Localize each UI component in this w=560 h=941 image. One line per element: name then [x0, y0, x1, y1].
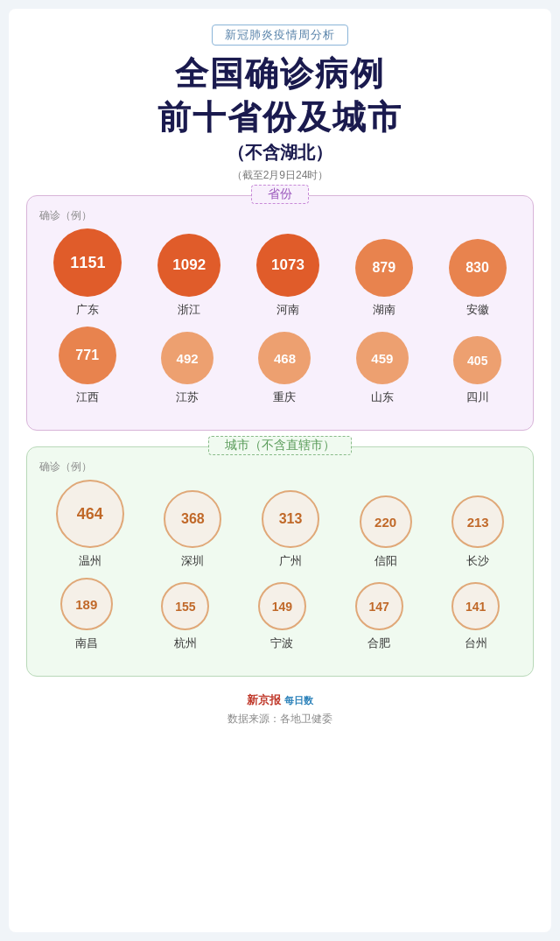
bubble-hangzhou: 155	[161, 582, 209, 630]
city-name-ningbo: 宁波	[270, 636, 293, 651]
list-item: 213 长沙	[452, 495, 504, 569]
city-name-hangzhou: 杭州	[174, 636, 197, 651]
list-item: 492 江苏	[161, 332, 214, 405]
list-item: 220 信阳	[360, 495, 412, 569]
province-name-zhejiang: 浙江	[178, 302, 200, 318]
page-container: 新冠肺炎疫情周分析 全国确诊病例 前十省份及城市 （不含湖北） （截至2月9日2…	[9, 9, 551, 932]
bubble-guangdong: 1151	[53, 228, 122, 297]
bubble-jiangxi: 771	[59, 327, 116, 384]
city-label: 城市（不含直辖市）	[208, 436, 352, 455]
list-item: 1151 广东	[53, 228, 122, 318]
province-row-2: 771 江西 492 江苏 468 重庆 459 山东 405 四川	[36, 327, 524, 405]
bubble-sichuan: 405	[453, 336, 501, 384]
main-title-line2: 前十省份及城市	[26, 98, 534, 138]
list-item: 189 南昌	[60, 578, 113, 651]
province-name-guangdong: 广东	[76, 302, 99, 318]
brand-red: 新京报	[247, 693, 281, 706]
province-name-anhui: 安徽	[466, 302, 489, 318]
province-row-1: 1151 广东 1092 浙江 1073 河南 879 湖南 830 安徽	[36, 228, 524, 318]
footer-brand: 新京报 每日数	[26, 692, 534, 708]
list-item: 771 江西	[59, 327, 116, 405]
province-label: 省份	[251, 185, 309, 204]
header-tag: 新冠肺炎疫情周分析	[212, 25, 348, 46]
city-section: 城市（不含直辖市） 确诊（例） 464 温州 368 深圳 313 广州 220…	[26, 446, 534, 677]
bubble-chongqing: 468	[258, 332, 311, 384]
city-name-guangzhou: 广州	[279, 553, 302, 569]
footer-source: 数据来源：各地卫健委	[26, 712, 534, 727]
city-name-changsha: 长沙	[466, 553, 489, 569]
province-col-label: 确诊（例）	[36, 208, 524, 223]
bubble-shandong: 459	[356, 332, 409, 384]
city-name-taizhou: 台州	[465, 636, 487, 651]
bubble-anhui: 830	[449, 239, 507, 297]
province-name-jiangxi: 江西	[76, 390, 99, 405]
province-name-jiangsu: 江苏	[176, 390, 199, 405]
bubble-xinyang: 220	[360, 495, 412, 548]
city-name-hefei: 合肥	[368, 636, 390, 651]
list-item: 459 山东	[356, 332, 409, 405]
list-item: 147 合肥	[355, 582, 403, 651]
province-name-chongqing: 重庆	[273, 390, 296, 405]
city-col-label: 确诊（例）	[36, 460, 524, 474]
sub-note: （不含湖北）	[26, 141, 534, 165]
list-item: 155 杭州	[161, 582, 209, 651]
list-item: 1092 浙江	[158, 234, 220, 318]
bubble-nanchang: 189	[60, 578, 113, 630]
province-name-shandong: 山东	[371, 390, 394, 405]
province-name-sichuan: 四川	[466, 390, 489, 405]
main-title-line1: 全国确诊病例	[26, 54, 534, 95]
bubble-hefei: 147	[355, 582, 403, 630]
date-note: （截至2月9日24时）	[26, 168, 534, 183]
list-item: 1073 河南	[256, 234, 319, 318]
city-name-wenzhou: 温州	[79, 553, 102, 569]
list-item: 405 四川	[453, 336, 501, 405]
bubble-guangzhou: 313	[262, 490, 319, 548]
bubble-shenzhen: 368	[164, 490, 221, 548]
bubble-jiangsu: 492	[161, 332, 214, 384]
list-item: 149 宁波	[258, 582, 306, 651]
bubble-changsha: 213	[452, 495, 504, 548]
brand-blue: 每日数	[284, 695, 313, 706]
footer: 新京报 每日数 数据来源：各地卫健委	[26, 692, 534, 727]
province-name-henan: 河南	[276, 302, 299, 318]
header-tag-wrapper: 新冠肺炎疫情周分析	[26, 25, 534, 46]
list-item: 141 台州	[452, 582, 500, 651]
bubble-hunan: 879	[355, 239, 413, 297]
bubble-henan: 1073	[256, 234, 319, 297]
province-section: 省份 确诊（例） 1151 广东 1092 浙江 1073 河南 879 湖南 …	[26, 195, 534, 431]
list-item: 468 重庆	[258, 332, 311, 405]
city-row-1: 464 温州 368 深圳 313 广州 220 信阳 213 长沙	[36, 480, 524, 569]
list-item: 464 温州	[56, 480, 124, 569]
list-item: 368 深圳	[164, 490, 221, 569]
list-item: 879 湖南	[355, 239, 413, 318]
city-row-2: 189 南昌 155 杭州 149 宁波 147 合肥 141 台州	[36, 578, 524, 651]
bubble-taizhou: 141	[452, 582, 500, 630]
list-item: 313 广州	[262, 490, 319, 569]
city-name-xinyang: 信阳	[374, 553, 397, 569]
province-name-hunan: 湖南	[373, 302, 396, 318]
list-item: 830 安徽	[449, 239, 507, 318]
bubble-ningbo: 149	[258, 582, 306, 630]
bubble-wenzhou: 464	[56, 480, 124, 548]
bubble-zhejiang: 1092	[158, 234, 220, 297]
city-name-shenzhen: 深圳	[181, 553, 204, 569]
city-name-nanchang: 南昌	[75, 636, 98, 651]
